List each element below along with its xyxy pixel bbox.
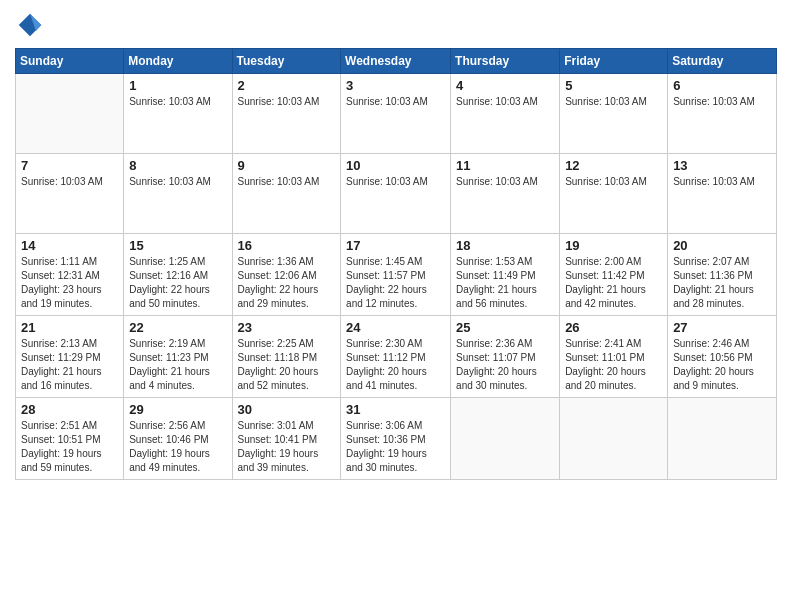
logo-icon <box>15 10 45 40</box>
day-number: 3 <box>346 78 445 93</box>
calendar-cell: 19Sunrise: 2:00 AM Sunset: 11:42 PM Dayl… <box>560 234 668 316</box>
day-number: 23 <box>238 320 336 335</box>
day-info: Sunrise: 10:03 AM <box>129 95 226 109</box>
day-info: Sunrise: 10:03 AM <box>238 175 336 189</box>
day-number: 27 <box>673 320 771 335</box>
day-number: 16 <box>238 238 336 253</box>
calendar-cell: 17Sunrise: 1:45 AM Sunset: 11:57 PM Dayl… <box>341 234 451 316</box>
day-info: Sunrise: 10:03 AM <box>456 95 554 109</box>
calendar-cell: 12Sunrise: 10:03 AM <box>560 154 668 234</box>
day-info: Sunrise: 3:01 AM Sunset: 10:41 PM Daylig… <box>238 419 336 475</box>
day-info: Sunrise: 1:53 AM Sunset: 11:49 PM Daylig… <box>456 255 554 311</box>
calendar-week-row: 7Sunrise: 10:03 AM8Sunrise: 10:03 AM9Sun… <box>16 154 777 234</box>
day-number: 2 <box>238 78 336 93</box>
calendar-cell: 25Sunrise: 2:36 AM Sunset: 11:07 PM Dayl… <box>451 316 560 398</box>
calendar-cell: 1Sunrise: 10:03 AM <box>124 74 232 154</box>
calendar-cell: 22Sunrise: 2:19 AM Sunset: 11:23 PM Dayl… <box>124 316 232 398</box>
calendar-cell <box>560 398 668 480</box>
day-number: 19 <box>565 238 662 253</box>
day-number: 18 <box>456 238 554 253</box>
calendar-cell: 2Sunrise: 10:03 AM <box>232 74 341 154</box>
day-info: Sunrise: 2:30 AM Sunset: 11:12 PM Daylig… <box>346 337 445 393</box>
day-number: 7 <box>21 158 118 173</box>
calendar-cell: 29Sunrise: 2:56 AM Sunset: 10:46 PM Dayl… <box>124 398 232 480</box>
day-info: Sunrise: 10:03 AM <box>565 175 662 189</box>
day-number: 1 <box>129 78 226 93</box>
calendar-cell <box>451 398 560 480</box>
day-number: 11 <box>456 158 554 173</box>
day-info: Sunrise: 10:03 AM <box>21 175 118 189</box>
logo <box>15 10 49 40</box>
weekday-header: Wednesday <box>341 49 451 74</box>
day-number: 31 <box>346 402 445 417</box>
calendar-cell: 3Sunrise: 10:03 AM <box>341 74 451 154</box>
day-info: Sunrise: 2:19 AM Sunset: 11:23 PM Daylig… <box>129 337 226 393</box>
day-info: Sunrise: 1:11 AM Sunset: 12:31 AM Daylig… <box>21 255 118 311</box>
day-number: 14 <box>21 238 118 253</box>
day-info: Sunrise: 10:03 AM <box>238 95 336 109</box>
day-number: 22 <box>129 320 226 335</box>
day-number: 17 <box>346 238 445 253</box>
calendar-cell: 16Sunrise: 1:36 AM Sunset: 12:06 AM Dayl… <box>232 234 341 316</box>
calendar-cell: 30Sunrise: 3:01 AM Sunset: 10:41 PM Dayl… <box>232 398 341 480</box>
calendar-cell: 10Sunrise: 10:03 AM <box>341 154 451 234</box>
calendar-cell: 18Sunrise: 1:53 AM Sunset: 11:49 PM Dayl… <box>451 234 560 316</box>
day-info: Sunrise: 2:00 AM Sunset: 11:42 PM Daylig… <box>565 255 662 311</box>
calendar-cell: 4Sunrise: 10:03 AM <box>451 74 560 154</box>
calendar-cell <box>668 398 777 480</box>
calendar-cell: 23Sunrise: 2:25 AM Sunset: 11:18 PM Dayl… <box>232 316 341 398</box>
calendar-cell: 24Sunrise: 2:30 AM Sunset: 11:12 PM Dayl… <box>341 316 451 398</box>
day-number: 26 <box>565 320 662 335</box>
calendar-week-row: 14Sunrise: 1:11 AM Sunset: 12:31 AM Dayl… <box>16 234 777 316</box>
day-number: 15 <box>129 238 226 253</box>
day-number: 12 <box>565 158 662 173</box>
day-info: Sunrise: 10:03 AM <box>673 175 771 189</box>
page-header <box>15 10 777 40</box>
calendar-header-row: SundayMondayTuesdayWednesdayThursdayFrid… <box>16 49 777 74</box>
weekday-header: Monday <box>124 49 232 74</box>
calendar-week-row: 1Sunrise: 10:03 AM2Sunrise: 10:03 AM3Sun… <box>16 74 777 154</box>
day-info: Sunrise: 2:41 AM Sunset: 11:01 PM Daylig… <box>565 337 662 393</box>
day-info: Sunrise: 10:03 AM <box>673 95 771 109</box>
day-number: 9 <box>238 158 336 173</box>
day-info: Sunrise: 1:45 AM Sunset: 11:57 PM Daylig… <box>346 255 445 311</box>
day-number: 21 <box>21 320 118 335</box>
day-number: 28 <box>21 402 118 417</box>
day-number: 5 <box>565 78 662 93</box>
calendar-cell: 13Sunrise: 10:03 AM <box>668 154 777 234</box>
calendar-cell: 11Sunrise: 10:03 AM <box>451 154 560 234</box>
day-number: 25 <box>456 320 554 335</box>
day-info: Sunrise: 1:25 AM Sunset: 12:16 AM Daylig… <box>129 255 226 311</box>
day-info: Sunrise: 2:07 AM Sunset: 11:36 PM Daylig… <box>673 255 771 311</box>
day-info: Sunrise: 2:36 AM Sunset: 11:07 PM Daylig… <box>456 337 554 393</box>
calendar-cell: 21Sunrise: 2:13 AM Sunset: 11:29 PM Dayl… <box>16 316 124 398</box>
day-number: 30 <box>238 402 336 417</box>
calendar-cell: 9Sunrise: 10:03 AM <box>232 154 341 234</box>
calendar-cell: 14Sunrise: 1:11 AM Sunset: 12:31 AM Dayl… <box>16 234 124 316</box>
calendar-cell: 27Sunrise: 2:46 AM Sunset: 10:56 PM Dayl… <box>668 316 777 398</box>
calendar-cell <box>16 74 124 154</box>
calendar-cell: 15Sunrise: 1:25 AM Sunset: 12:16 AM Dayl… <box>124 234 232 316</box>
day-info: Sunrise: 10:03 AM <box>346 175 445 189</box>
calendar-cell: 28Sunrise: 2:51 AM Sunset: 10:51 PM Dayl… <box>16 398 124 480</box>
day-number: 20 <box>673 238 771 253</box>
day-number: 24 <box>346 320 445 335</box>
day-info: Sunrise: 2:56 AM Sunset: 10:46 PM Daylig… <box>129 419 226 475</box>
day-info: Sunrise: 2:25 AM Sunset: 11:18 PM Daylig… <box>238 337 336 393</box>
calendar-cell: 31Sunrise: 3:06 AM Sunset: 10:36 PM Dayl… <box>341 398 451 480</box>
day-info: Sunrise: 3:06 AM Sunset: 10:36 PM Daylig… <box>346 419 445 475</box>
day-info: Sunrise: 2:13 AM Sunset: 11:29 PM Daylig… <box>21 337 118 393</box>
day-number: 6 <box>673 78 771 93</box>
day-info: Sunrise: 2:51 AM Sunset: 10:51 PM Daylig… <box>21 419 118 475</box>
day-info: Sunrise: 2:46 AM Sunset: 10:56 PM Daylig… <box>673 337 771 393</box>
day-number: 29 <box>129 402 226 417</box>
calendar-cell: 26Sunrise: 2:41 AM Sunset: 11:01 PM Dayl… <box>560 316 668 398</box>
calendar-cell: 20Sunrise: 2:07 AM Sunset: 11:36 PM Dayl… <box>668 234 777 316</box>
day-info: Sunrise: 10:03 AM <box>456 175 554 189</box>
day-number: 8 <box>129 158 226 173</box>
weekday-header: Sunday <box>16 49 124 74</box>
calendar-table: SundayMondayTuesdayWednesdayThursdayFrid… <box>15 48 777 480</box>
calendar-cell: 5Sunrise: 10:03 AM <box>560 74 668 154</box>
weekday-header: Saturday <box>668 49 777 74</box>
weekday-header: Friday <box>560 49 668 74</box>
